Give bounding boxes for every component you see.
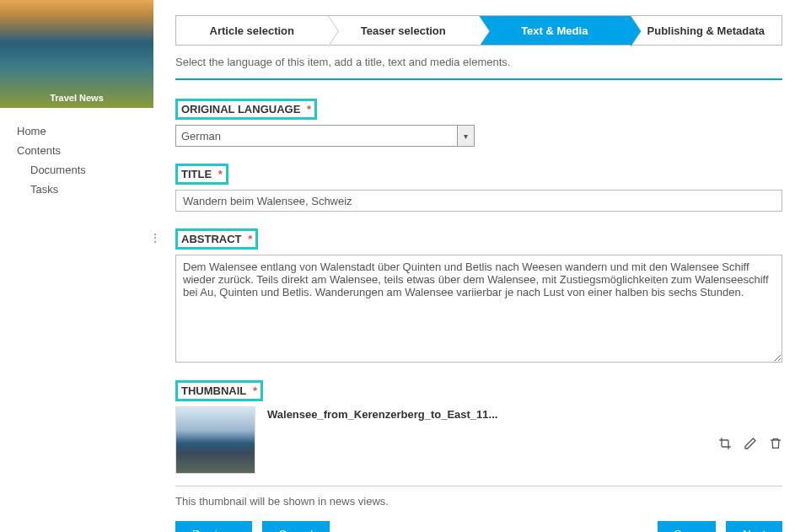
sidebar-item-contents[interactable]: Contents	[17, 141, 153, 160]
trash-icon[interactable]	[769, 437, 782, 450]
previous-button[interactable]: Previous	[175, 521, 252, 532]
label-title-highlight: TITLE *	[175, 164, 228, 185]
abstract-textarea[interactable]: Dem Walensee entlang von Walenstadt über…	[175, 255, 782, 363]
sidebar-header-image: Travel News	[0, 0, 153, 108]
divider-gray	[175, 486, 782, 486]
label-abstract-highlight: ABSTRACT *	[175, 228, 258, 250]
wizard-step-text-media[interactable]: Text & Media	[479, 16, 631, 45]
required-marker: *	[218, 168, 223, 180]
label-abstract: ABSTRACT	[178, 231, 245, 247]
wizard-step-article-selection[interactable]: Article selection	[176, 16, 328, 45]
required-marker: *	[307, 103, 311, 116]
thumbnail-preview[interactable]	[175, 406, 255, 474]
sidebar-item-documents[interactable]: Documents	[17, 160, 153, 180]
required-marker: *	[253, 384, 257, 397]
wizard-step-teaser-selection[interactable]: Teaser selection	[328, 16, 480, 45]
title-input[interactable]	[175, 190, 782, 212]
sidebar-item-home[interactable]: Home	[17, 121, 153, 141]
wizard-steps: Article selection Teaser selection Text …	[175, 15, 782, 46]
main-content: Article selection Teaser selection Text …	[175, 0, 782, 532]
next-button[interactable]: Next	[726, 521, 782, 532]
sidebar-resize-handle[interactable]: ⋮	[149, 236, 161, 239]
instruction-text: Select the language of this item, add a …	[175, 56, 782, 68]
edit-icon[interactable]	[744, 437, 757, 450]
language-select[interactable]: German	[175, 125, 475, 147]
button-bar: Previous Cancel Save Next	[175, 521, 782, 532]
thumbnail-filename: Walensee_from_Kerenzerberg_to_East_11...	[267, 406, 497, 421]
sidebar-nav: Home Contents Documents Tasks	[0, 108, 153, 199]
divider-blue	[175, 78, 782, 80]
crop-icon[interactable]	[718, 437, 732, 450]
label-original-language-highlight: ORIGINAL LANGUAGE *	[175, 99, 317, 120]
sidebar: Travel News Home Contents Documents Task…	[0, 0, 153, 532]
label-title: TITLE	[178, 166, 215, 182]
save-button[interactable]: Save	[658, 521, 717, 532]
cancel-button[interactable]: Cancel	[262, 521, 330, 532]
sidebar-item-tasks[interactable]: Tasks	[17, 180, 153, 199]
label-thumbnail: THUMBNAIL	[178, 383, 250, 399]
required-marker: *	[248, 233, 252, 245]
label-original-language: ORIGINAL LANGUAGE	[178, 101, 303, 117]
thumbnail-row: Walensee_from_Kerenzerberg_to_East_11...	[175, 406, 782, 474]
wizard-step-publishing-metadata[interactable]: Publishing & Metadata	[631, 16, 782, 45]
sidebar-title: Travel News	[0, 93, 153, 103]
label-thumbnail-highlight: THUMBNAIL *	[175, 380, 263, 401]
thumbnail-note: This thumbnail will be shown in news vie…	[175, 495, 782, 508]
